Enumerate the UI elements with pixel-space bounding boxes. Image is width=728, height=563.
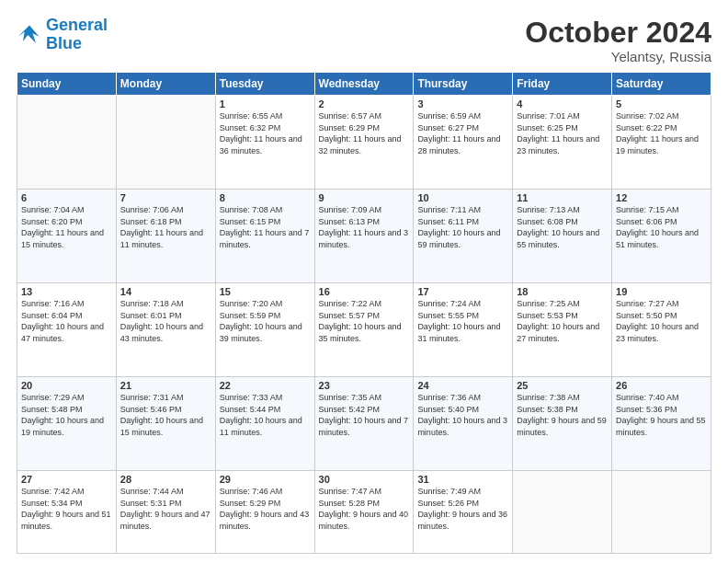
day-number: 15: [220, 286, 311, 297]
calendar-header-row: Sunday Monday Tuesday Wednesday Thursday…: [17, 73, 711, 96]
table-row: 14Sunrise: 7:18 AM Sunset: 6:01 PM Dayli…: [116, 283, 215, 377]
col-wednesday: Wednesday: [314, 73, 414, 96]
day-number: 25: [517, 380, 608, 391]
day-info: Sunrise: 7:25 AM Sunset: 5:53 PM Dayligh…: [517, 298, 608, 344]
logo-icon: [17, 22, 42, 48]
table-row: 23Sunrise: 7:35 AM Sunset: 5:42 PM Dayli…: [314, 377, 414, 471]
day-info: Sunrise: 7:01 AM Sunset: 6:25 PM Dayligh…: [517, 110, 608, 156]
day-number: 30: [319, 474, 410, 485]
day-number: 7: [120, 192, 211, 203]
table-row: 22Sunrise: 7:33 AM Sunset: 5:44 PM Dayli…: [215, 377, 314, 471]
day-number: 1: [220, 98, 311, 109]
col-saturday: Saturday: [612, 73, 711, 96]
day-number: 2: [319, 98, 410, 109]
day-info: Sunrise: 6:55 AM Sunset: 6:32 PM Dayligh…: [220, 110, 311, 156]
day-number: 12: [616, 192, 707, 203]
day-number: 21: [120, 380, 211, 391]
table-row: 8Sunrise: 7:08 AM Sunset: 6:15 PM Daylig…: [215, 190, 314, 283]
day-info: Sunrise: 7:47 AM Sunset: 5:28 PM Dayligh…: [319, 486, 410, 532]
table-row: [612, 471, 711, 554]
table-row: 17Sunrise: 7:24 AM Sunset: 5:55 PM Dayli…: [414, 283, 513, 377]
day-number: 28: [120, 474, 211, 485]
table-row: 26Sunrise: 7:40 AM Sunset: 5:36 PM Dayli…: [612, 377, 711, 471]
day-info: Sunrise: 7:49 AM Sunset: 5:26 PM Dayligh…: [417, 486, 508, 532]
day-number: 11: [517, 192, 608, 203]
day-number: 24: [417, 380, 508, 391]
day-number: 29: [220, 474, 311, 485]
col-friday: Friday: [513, 73, 612, 96]
header: General Blue October 2024 Yelantsy, Russ…: [17, 17, 711, 64]
col-sunday: Sunday: [17, 73, 117, 96]
table-row: 31Sunrise: 7:49 AM Sunset: 5:26 PM Dayli…: [414, 471, 513, 554]
table-row: 3Sunrise: 6:59 AM Sunset: 6:27 PM Daylig…: [414, 96, 513, 190]
day-number: 20: [21, 380, 112, 391]
location: Yelantsy, Russia: [525, 49, 711, 64]
day-info: Sunrise: 7:42 AM Sunset: 5:34 PM Dayligh…: [21, 486, 112, 532]
day-number: 26: [616, 380, 707, 391]
day-info: Sunrise: 7:36 AM Sunset: 5:40 PM Dayligh…: [417, 392, 508, 438]
table-row: 15Sunrise: 7:20 AM Sunset: 5:59 PM Dayli…: [215, 283, 314, 377]
table-row: 5Sunrise: 7:02 AM Sunset: 6:22 PM Daylig…: [612, 96, 711, 190]
day-info: Sunrise: 7:04 AM Sunset: 6:20 PM Dayligh…: [21, 204, 112, 250]
month-title: October 2024: [525, 17, 711, 49]
day-info: Sunrise: 7:33 AM Sunset: 5:44 PM Dayligh…: [220, 392, 311, 438]
table-row: 30Sunrise: 7:47 AM Sunset: 5:28 PM Dayli…: [314, 471, 414, 554]
day-number: 6: [21, 192, 112, 203]
day-info: Sunrise: 7:20 AM Sunset: 5:59 PM Dayligh…: [220, 298, 311, 344]
day-info: Sunrise: 7:27 AM Sunset: 5:50 PM Dayligh…: [616, 298, 707, 344]
day-number: 27: [21, 474, 112, 485]
day-number: 3: [417, 98, 508, 109]
day-info: Sunrise: 7:31 AM Sunset: 5:46 PM Dayligh…: [120, 392, 211, 438]
day-info: Sunrise: 7:18 AM Sunset: 6:01 PM Dayligh…: [120, 298, 211, 344]
day-info: Sunrise: 7:35 AM Sunset: 5:42 PM Dayligh…: [319, 392, 410, 438]
day-number: 16: [319, 286, 410, 297]
day-number: 9: [319, 192, 410, 203]
page: General Blue October 2024 Yelantsy, Russ…: [0, 0, 728, 563]
col-tuesday: Tuesday: [215, 73, 314, 96]
day-number: 23: [319, 380, 410, 391]
table-row: 21Sunrise: 7:31 AM Sunset: 5:46 PM Dayli…: [116, 377, 215, 471]
table-row: 25Sunrise: 7:38 AM Sunset: 5:38 PM Dayli…: [513, 377, 612, 471]
table-row: 16Sunrise: 7:22 AM Sunset: 5:57 PM Dayli…: [314, 283, 414, 377]
table-row: 12Sunrise: 7:15 AM Sunset: 6:06 PM Dayli…: [612, 190, 711, 283]
table-row: 27Sunrise: 7:42 AM Sunset: 5:34 PM Dayli…: [17, 471, 117, 554]
day-info: Sunrise: 7:40 AM Sunset: 5:36 PM Dayligh…: [616, 392, 707, 438]
table-row: 18Sunrise: 7:25 AM Sunset: 5:53 PM Dayli…: [513, 283, 612, 377]
svg-marker-0: [18, 25, 40, 42]
day-info: Sunrise: 7:44 AM Sunset: 5:31 PM Dayligh…: [120, 486, 211, 532]
day-info: Sunrise: 7:46 AM Sunset: 5:29 PM Dayligh…: [220, 486, 311, 532]
day-number: 31: [417, 474, 508, 485]
day-info: Sunrise: 7:08 AM Sunset: 6:15 PM Dayligh…: [220, 204, 311, 250]
day-number: 4: [517, 98, 608, 109]
table-row: 20Sunrise: 7:29 AM Sunset: 5:48 PM Dayli…: [17, 377, 117, 471]
col-monday: Monday: [116, 73, 215, 96]
table-row: 13Sunrise: 7:16 AM Sunset: 6:04 PM Dayli…: [17, 283, 117, 377]
table-row: 29Sunrise: 7:46 AM Sunset: 5:29 PM Dayli…: [215, 471, 314, 554]
table-row: 19Sunrise: 7:27 AM Sunset: 5:50 PM Dayli…: [612, 283, 711, 377]
day-number: 14: [120, 286, 211, 297]
day-number: 10: [417, 192, 508, 203]
day-info: Sunrise: 7:13 AM Sunset: 6:08 PM Dayligh…: [517, 204, 608, 250]
table-row: 7Sunrise: 7:06 AM Sunset: 6:18 PM Daylig…: [116, 190, 215, 283]
table-row: 2Sunrise: 6:57 AM Sunset: 6:29 PM Daylig…: [314, 96, 414, 190]
calendar-table: Sunday Monday Tuesday Wednesday Thursday…: [17, 72, 711, 554]
col-thursday: Thursday: [414, 73, 513, 96]
table-row: 28Sunrise: 7:44 AM Sunset: 5:31 PM Dayli…: [116, 471, 215, 554]
day-info: Sunrise: 7:22 AM Sunset: 5:57 PM Dayligh…: [319, 298, 410, 344]
day-number: 13: [21, 286, 112, 297]
day-info: Sunrise: 7:38 AM Sunset: 5:38 PM Dayligh…: [517, 392, 608, 438]
day-info: Sunrise: 7:11 AM Sunset: 6:11 PM Dayligh…: [417, 204, 508, 250]
day-info: Sunrise: 7:29 AM Sunset: 5:48 PM Dayligh…: [21, 392, 112, 438]
day-info: Sunrise: 6:59 AM Sunset: 6:27 PM Dayligh…: [417, 110, 508, 156]
table-row: [17, 96, 117, 190]
table-row: 1Sunrise: 6:55 AM Sunset: 6:32 PM Daylig…: [215, 96, 314, 190]
logo: General Blue: [17, 17, 108, 53]
table-row: 6Sunrise: 7:04 AM Sunset: 6:20 PM Daylig…: [17, 190, 117, 283]
day-number: 19: [616, 286, 707, 297]
day-number: 17: [417, 286, 508, 297]
table-row: 11Sunrise: 7:13 AM Sunset: 6:08 PM Dayli…: [513, 190, 612, 283]
day-number: 22: [220, 380, 311, 391]
table-row: 4Sunrise: 7:01 AM Sunset: 6:25 PM Daylig…: [513, 96, 612, 190]
day-info: Sunrise: 7:15 AM Sunset: 6:06 PM Dayligh…: [616, 204, 707, 250]
day-info: Sunrise: 7:06 AM Sunset: 6:18 PM Dayligh…: [120, 204, 211, 250]
